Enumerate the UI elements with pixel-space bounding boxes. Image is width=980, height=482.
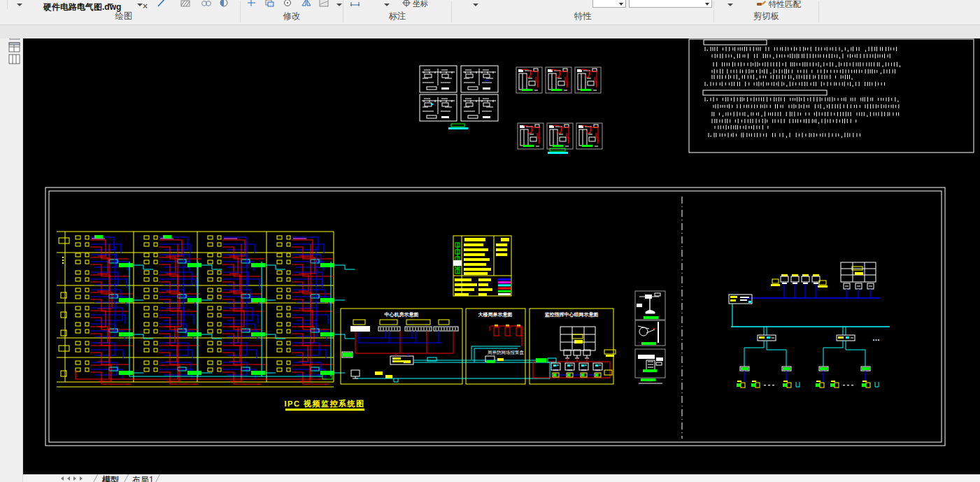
coordinate-button[interactable]: 坐标 xyxy=(413,0,428,9)
ribbon-panel-annotate[interactable]: 标注 xyxy=(343,10,451,23)
match-properties-button[interactable]: 特性匹配 xyxy=(769,0,801,9)
left-toolbar-strip xyxy=(0,24,23,482)
cad-drawing[interactable]: 中心机房示意图 大楼周界示意图 监控指挥中心组网示意图 周界防网络报警盘 IPC… xyxy=(22,38,980,474)
ribbon-panel-modify[interactable]: 修改 xyxy=(241,10,343,23)
prev-layout-icon[interactable] xyxy=(67,476,70,481)
modify-dropdown-icon[interactable] xyxy=(336,3,342,6)
object-color-combobox[interactable] xyxy=(592,0,626,8)
layout-tab-bar: 模型 布局1 xyxy=(22,474,980,482)
line-tool-icon[interactable] xyxy=(157,0,166,8)
gradient-tool-icon[interactable] xyxy=(219,0,229,8)
panel3-title: 监控指挥中心组网示意图 xyxy=(545,311,599,318)
tab-layout1[interactable]: 布局1 xyxy=(132,474,154,482)
tab-model[interactable]: 模型 xyxy=(102,474,119,482)
grid-view-icon[interactable] xyxy=(8,42,21,53)
perimeter-alarm-label: 周界防网络报警盘 xyxy=(488,350,525,355)
drawing-title: IPC 视频监控系统图 xyxy=(285,399,365,408)
column-view-icon[interactable] xyxy=(8,54,21,65)
rotate-tool-icon[interactable] xyxy=(283,0,293,8)
coordinate-icon[interactable] xyxy=(402,0,411,8)
match-properties-icon xyxy=(756,0,767,8)
document-tab-title[interactable]: 硬件电路电气图.dwg xyxy=(43,1,141,13)
ribbon-panel-properties[interactable]: 特性 xyxy=(452,10,713,23)
move-tool-icon[interactable] xyxy=(246,0,257,8)
drawing-area[interactable]: 中心机房示意图 大楼周界示意图 监控指挥中心组网示意图 周界防网络报警盘 IPC… xyxy=(22,38,980,474)
panel1-title: 中心机房示意图 xyxy=(385,311,419,318)
next-layout-icon[interactable] xyxy=(73,476,76,481)
hatch-tool-icon[interactable] xyxy=(180,0,191,8)
image-tool-icon[interactable] xyxy=(319,0,329,8)
dimension-tool-icon[interactable] xyxy=(350,0,361,8)
clipboard-dropdown-icon[interactable] xyxy=(727,3,733,6)
mirror-tool-icon[interactable] xyxy=(301,0,312,8)
last-layout-icon[interactable] xyxy=(80,476,83,481)
more-nodes-ellipsis: … xyxy=(872,334,881,342)
copy-tool-icon[interactable] xyxy=(201,0,212,8)
annotate-dropdown-icon[interactable] xyxy=(473,3,478,6)
dimension-dropdown-icon[interactable] xyxy=(384,3,390,6)
first-layout-icon[interactable] xyxy=(61,476,64,481)
draw-dropdown-icon[interactable] xyxy=(17,3,22,6)
file-tab-bar xyxy=(0,25,980,38)
panel2-title: 大楼周界示意图 xyxy=(478,311,513,318)
document-tab-close-icon[interactable]: × xyxy=(143,1,148,11)
copy-objects-icon[interactable] xyxy=(264,0,275,8)
layer-combobox[interactable] xyxy=(629,0,712,8)
ribbon-panel-clipboard[interactable]: 剪切板 xyxy=(714,10,818,23)
